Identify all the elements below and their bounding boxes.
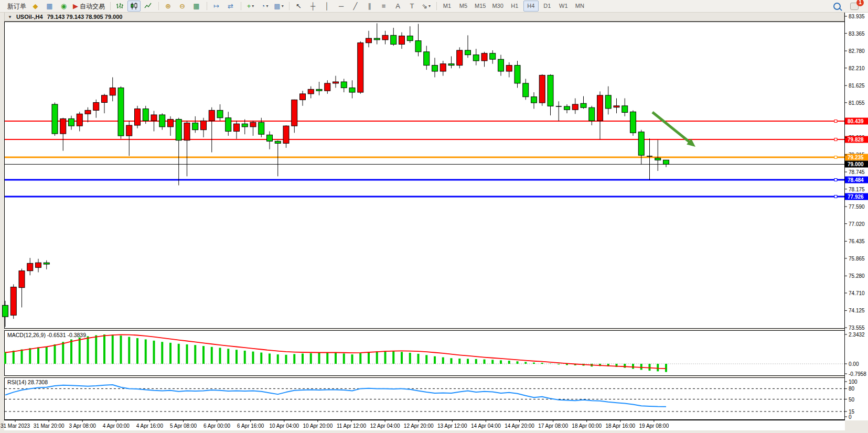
price-line-label: 79.235 <box>845 154 868 160</box>
time-axis-label: 5 Apr 08:00 <box>170 423 197 429</box>
bar-chart-button[interactable] <box>113 1 126 12</box>
fibonacci-button[interactable]: ≡ <box>377 1 390 12</box>
price-tick-label: 83.935 <box>849 14 865 19</box>
main-toolbar: 新订单◆▦◉▶自动交易⊕⊖▦↦⇄+▾◔▾▩▾↖┼│─╱∥≡AT⇘▾M1M5M15… <box>0 0 868 13</box>
indicators-button[interactable]: +▾ <box>244 1 257 12</box>
chevron-down-icon: ▾ <box>252 4 254 8</box>
signals-icon[interactable]: ◉ <box>57 1 70 12</box>
price-tick-label: 82.210 <box>849 65 865 71</box>
tf-m30-button[interactable]: M30 <box>489 1 506 12</box>
time-axis-label: 18 Apr 00:00 <box>572 423 602 429</box>
tf-m5-button[interactable]: M5 <box>456 1 471 12</box>
time-axis-label: 31 Mar 2023 <box>1 423 30 429</box>
text-button[interactable]: A <box>391 1 404 12</box>
chart-menu-icon[interactable]: ▼ <box>8 15 12 19</box>
templates-icon: ▩ <box>274 3 280 9</box>
horizontal-line-icon: ─ <box>339 3 344 9</box>
time-axis-label: 19 Apr 08:00 <box>639 423 669 429</box>
toolbar-group: 新订单◆▦◉▶自动交易 <box>0 0 109 12</box>
rsi-scale-label: 0 <box>849 414 852 420</box>
rsi-scale-label: 50 <box>849 396 854 402</box>
candlestick-button[interactable] <box>127 1 141 12</box>
chart-shift-button[interactable]: ⇄ <box>224 1 237 12</box>
rsi-indicator-label: RSI(14) 28.7308 <box>7 379 48 385</box>
time-axis-label: 10 Apr 04:00 <box>269 423 299 429</box>
price-line-label: 80.439 <box>845 118 868 125</box>
new-order-button[interactable]: 新订单 <box>4 1 28 12</box>
main-price-pane[interactable] <box>4 21 845 329</box>
arrows-icon: ⇘ <box>422 3 427 9</box>
search-button[interactable] <box>830 1 843 12</box>
price-tick-label: 77.020 <box>849 221 865 226</box>
fibonacci-icon: ≡ <box>382 3 386 9</box>
price-tick-label: 77.590 <box>849 204 865 210</box>
toolbar-group: ⊕⊖▦ <box>157 0 206 12</box>
tf-m1-button[interactable]: M1 <box>440 1 455 12</box>
toolbar-group: ↦⇄ <box>206 0 240 12</box>
vertical-line-button[interactable]: │ <box>320 1 334 12</box>
horizontal-line-button[interactable]: ─ <box>335 1 348 12</box>
trendline-button[interactable]: ╱ <box>349 1 362 12</box>
tf-mn-button[interactable]: MN <box>572 1 587 12</box>
time-axis-label: 31 Mar 20:00 <box>34 423 65 429</box>
line-chart-button[interactable] <box>142 1 155 12</box>
auto-scroll-button[interactable]: ↦ <box>210 1 223 12</box>
indicators-icon: + <box>247 3 251 9</box>
time-axis[interactable]: 31 Mar 202331 Mar 20:003 Apr 08:004 Apr … <box>4 420 845 430</box>
time-axis-label: 14 Apr 04:00 <box>471 423 501 429</box>
price-line-label: 78.484 <box>845 176 868 183</box>
vertical-line-icon: │ <box>325 3 329 9</box>
market-watch-icon-icon: ▦ <box>46 3 52 9</box>
time-axis-label: 4 Apr 00:00 <box>103 423 130 429</box>
macd-indicator-label: MACD(12,26,9) -0.6531 -0.3839 <box>7 332 86 338</box>
notifications-button[interactable]: 1 <box>848 1 861 12</box>
time-axis-label: 4 Apr 16:00 <box>136 423 163 429</box>
rsi-scale-label: 100 <box>849 379 858 385</box>
zoom-out-button[interactable]: ⊖ <box>176 1 189 12</box>
macd-pane[interactable] <box>4 330 845 376</box>
market-watch-icon[interactable]: ▦ <box>43 1 56 12</box>
price-scale[interactable]: 83.93583.36582.78082.21081.62581.05579.9… <box>844 12 868 420</box>
tile-windows-button[interactable]: ▦ <box>190 1 203 12</box>
chart-title-bar[interactable]: ▼ USOil-,H4 79.143 79.143 78.905 79.000 <box>4 12 844 21</box>
layers-icon[interactable]: ◆ <box>29 1 42 12</box>
text-label-button[interactable]: T <box>405 1 419 12</box>
tf-d1-button[interactable]: D1 <box>540 1 555 12</box>
periods-button[interactable]: ◔▾ <box>258 1 271 12</box>
price-tick-label: 83.365 <box>849 30 865 36</box>
chevron-down-icon: ▾ <box>266 4 268 8</box>
templates-button[interactable]: ▩▾ <box>272 1 285 12</box>
tf-m15-button[interactable]: M15 <box>472 1 488 12</box>
time-axis-label: 12 Apr 20:00 <box>404 423 434 429</box>
rsi-scale-label: 80 <box>849 386 854 392</box>
toolbar-group <box>109 0 157 12</box>
current-price-label: 79.000 <box>845 161 868 168</box>
tf-h4-button[interactable]: H4 <box>523 1 539 12</box>
layers-icon-icon: ◆ <box>33 3 38 9</box>
price-tick-label: 81.055 <box>849 100 865 105</box>
chart-symbol-label: USOil-,H4 <box>16 14 43 20</box>
trendline-icon: ╱ <box>353 3 358 9</box>
price-line-label: 79.828 <box>845 136 868 143</box>
signals-icon-icon: ◉ <box>61 3 67 9</box>
chevron-down-icon: ▾ <box>428 4 431 8</box>
price-tick-label: 73.555 <box>849 325 865 331</box>
arrows-button[interactable]: ⇘▾ <box>420 1 433 12</box>
price-tick-label: 75.280 <box>849 273 865 279</box>
tf-w1-button[interactable]: W1 <box>556 1 571 12</box>
tf-h1-button[interactable]: H1 <box>507 1 522 12</box>
rsi-pane[interactable] <box>4 377 845 420</box>
channel-icon: ∥ <box>368 3 371 9</box>
channel-button[interactable]: ∥ <box>363 1 376 12</box>
chart-ohlc-label: 79.143 79.143 78.905 79.000 <box>47 14 123 20</box>
cursor-icon: ↖ <box>296 3 302 9</box>
price-tick-label: 78.175 <box>849 186 865 192</box>
zoom-in-icon: ⊕ <box>165 3 171 9</box>
cursor-button[interactable]: ↖ <box>292 1 305 12</box>
price-tick-label: 76.435 <box>849 239 865 244</box>
zoom-in-button[interactable]: ⊕ <box>162 1 175 12</box>
price-tick-label: 74.710 <box>849 290 865 296</box>
text-icon: A <box>395 3 400 9</box>
crosshair-button[interactable]: ┼ <box>306 1 319 12</box>
auto-trading-button[interactable]: ▶自动交易 <box>71 1 106 12</box>
